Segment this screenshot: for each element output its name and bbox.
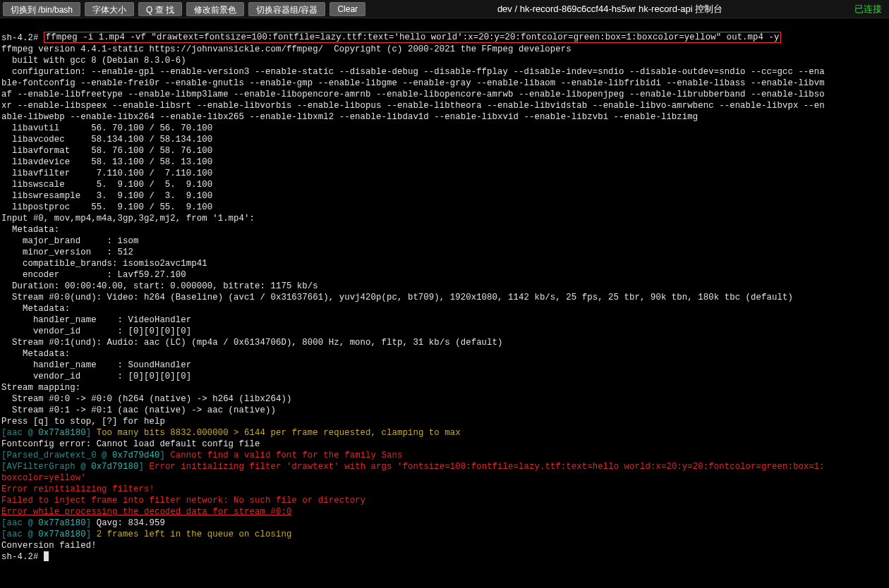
aac-tag: [aac @ bbox=[1, 428, 38, 438]
output-line: libavdevice 58. 13.100 / 58. 13.100 bbox=[1, 157, 212, 167]
aac-close: ] bbox=[86, 529, 97, 539]
output-line: Fontconfig error: Cannot load default co… bbox=[1, 439, 260, 449]
output-line: libavutil 56. 70.100 / 56. 70.100 bbox=[1, 123, 212, 133]
output-line: encoder : Lavf59.27.100 bbox=[1, 270, 186, 280]
aac-close: ] bbox=[86, 518, 97, 528]
output-line: Press [q] to stop, [?] for help bbox=[1, 417, 165, 427]
error-line-underline: Error while processing the decoded data … bbox=[1, 507, 291, 517]
command-highlight: ffmpeg -i 1.mp4 -vf "drawtext=fontsize=1… bbox=[44, 32, 782, 43]
output-line: able-libwebp --enable-libx264 --enable-l… bbox=[1, 112, 698, 122]
drawtext-tag: [Parsed_drawtext_0 @ bbox=[1, 451, 112, 460]
page-title: dev / hk-record-869c6ccf44-hs5wr hk-reco… bbox=[370, 3, 850, 16]
fg-color-button[interactable]: 修改前景色 bbox=[186, 2, 244, 16]
output-line: libavcodec 58.134.100 / 58.134.100 bbox=[1, 135, 212, 145]
find-button[interactable]: Q 查 找 bbox=[138, 2, 182, 16]
clear-button[interactable]: Clear bbox=[329, 2, 365, 16]
output-line: Stream #0:0 -> #0:0 (h264 (native) -> h2… bbox=[1, 394, 291, 404]
aac-warn: 2 frames left in the queue on closing bbox=[97, 529, 292, 539]
aac-addr: 0x77a8180 bbox=[38, 529, 85, 539]
aac-addr: 0x77a8180 bbox=[38, 428, 85, 438]
cursor-icon bbox=[44, 551, 49, 561]
filtergraph-tag: [AVFilterGraph @ bbox=[1, 462, 91, 472]
output-line: Input #0, mov,mp4,m4a,3gp,3g2,mj2, from … bbox=[1, 214, 255, 223]
output-line: ble-fontconfig --enable-frei0r --enable-… bbox=[1, 78, 825, 88]
filtergraph-close: ] bbox=[138, 462, 149, 472]
output-line: compatible_brands: isomiso2avc1mp41 bbox=[1, 259, 207, 269]
output-line: Stream #0:1 -> #0:1 (aac (native) -> aac… bbox=[1, 405, 276, 415]
prompt: sh-4.2# bbox=[1, 33, 44, 43]
output-line: built with gcc 8 (Debian 8.3.0-6) bbox=[1, 56, 186, 66]
output-line: Duration: 00:00:40.00, start: 0.000000, … bbox=[1, 281, 318, 291]
filtergraph-addr: 0x7d79180 bbox=[91, 462, 138, 472]
output-line: libswscale 5. 9.100 / 5. 9.100 bbox=[1, 180, 212, 190]
output-line: libavfilter 7.110.100 / 7.110.100 bbox=[1, 169, 212, 178]
output-line: Metadata: bbox=[1, 225, 59, 235]
output-line: af --enable-libfreetype --enable-libmp3l… bbox=[1, 90, 825, 99]
drawtext-error: Cannot find a valid font for the family … bbox=[170, 451, 402, 460]
terminal-output[interactable]: sh-4.2# ffmpeg -i 1.mp4 -vf "drawtext=fo… bbox=[0, 18, 889, 565]
error-line: Failed to inject frame into filter netwo… bbox=[1, 496, 365, 506]
aac-qavg: Qavg: 834.959 bbox=[97, 518, 165, 528]
output-line: Stream #0:1(und): Audio: aac (LC) (mp4a … bbox=[1, 338, 503, 348]
output-line: vendor_id : [0][0][0][0] bbox=[1, 372, 191, 381]
output-line: Stream mapping: bbox=[1, 383, 80, 393]
output-line: ffmpeg version 4.4.1-static https://john… bbox=[1, 44, 572, 54]
connection-status: 已连接 bbox=[854, 3, 882, 16]
filtergraph-error: Error initializing filter 'drawtext' wit… bbox=[149, 462, 824, 472]
aac-addr: 0x77a8180 bbox=[38, 518, 85, 528]
error-line: Error reinitializing filters! bbox=[1, 484, 155, 494]
aac-tag: [aac @ bbox=[1, 518, 38, 528]
output-line: libavformat 58. 76.100 / 58. 76.100 bbox=[1, 146, 212, 156]
output-line: xr --enable-libspeex --enable-libsrt --e… bbox=[1, 101, 825, 111]
aac-warn: Too many bits 8832.000000 > 6144 per fra… bbox=[97, 428, 461, 438]
output-line: configuration: --enable-gpl --enable-ver… bbox=[1, 67, 825, 77]
prompt: sh-4.2# bbox=[1, 552, 44, 562]
drawtext-addr: 0x7d79d40 bbox=[112, 451, 159, 460]
output-line: libpostproc 55. 9.100 / 55. 9.100 bbox=[1, 202, 212, 212]
output-line: Metadata: bbox=[1, 349, 70, 359]
output-line: handler_name : SoundHandler bbox=[1, 360, 191, 370]
filtergraph-error-cont: boxcolor=yellow' bbox=[1, 473, 86, 483]
switch-container-button[interactable]: 切换容器组/容器 bbox=[248, 2, 325, 16]
aac-close: ] bbox=[86, 428, 97, 438]
drawtext-close: ] bbox=[159, 451, 170, 460]
output-line: handler_name : VideoHandler bbox=[1, 315, 191, 325]
output-line: libswresample 3. 9.100 / 3. 9.100 bbox=[1, 191, 212, 201]
aac-tag: [aac @ bbox=[1, 529, 38, 539]
output-line: major_brand : isom bbox=[1, 236, 138, 246]
output-line: minor_version : 512 bbox=[1, 247, 133, 257]
output-line: Stream #0:0(und): Video: h264 (Baseline)… bbox=[1, 293, 793, 302]
switch-shell-button[interactable]: 切换到 /bin/bash bbox=[3, 2, 80, 16]
output-line: Metadata: bbox=[1, 304, 70, 314]
output-line: vendor_id : [0][0][0][0] bbox=[1, 326, 191, 336]
toolbar: 切换到 /bin/bash 字体大小 Q 查 找 修改前景色 切换容器组/容器 … bbox=[0, 0, 889, 18]
output-line: Conversion failed! bbox=[1, 541, 97, 551]
font-size-button[interactable]: 字体大小 bbox=[85, 2, 134, 16]
